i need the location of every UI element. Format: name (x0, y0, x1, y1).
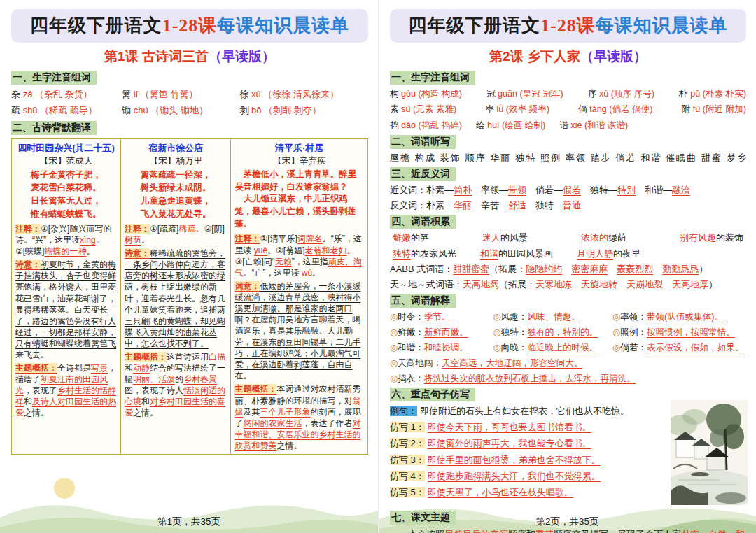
poem-title: 宿新市徐公店 (125, 142, 227, 155)
word-entry: 杂 zá （杂乱 杂货） (11, 87, 122, 103)
poem-line: 篱落疏疏一径深， (125, 169, 227, 182)
imitation-sentence-2: 仿写 2：即使窗外的雨声再大，我也能专心看书。 (390, 435, 665, 451)
poem-column-1: 四时田园杂兴(其二十五) 【宋】范成大 梅子金黄杏子肥， 麦花雪白菜花稀。 日长… (12, 139, 120, 454)
collocation-item: 别有风趣的装饰 (680, 230, 743, 246)
dictation-words: 屋檐 构成 装饰 顺序 华丽 独特 照例 率领 踏步 倘若 和谐 催眠曲 甜蜜 … (390, 150, 746, 166)
page-2: 四年级下册语文1-28课每课知识晨读单 第2课 乡下人家（早读版） 一、生字注音… (378, 0, 756, 533)
word-entry: 篱 lí （篱笆 竹篱） (122, 87, 239, 103)
section-heading-definitions: 五、词语解释 (390, 294, 456, 308)
definition-grid: ◎时令：季节。 ◎风趣：风味、情趣。 ◎率领：带领(队伍或集体)。 ◎鲜嫩：新鲜… (390, 309, 746, 355)
summary-paragraph: 主题概括：本词通过对农村清新秀丽、朴素雅静的环境的描写，对翁媪及其三个儿子形象的… (234, 383, 364, 450)
word-entry: 构 gòu (构造 构成) (390, 86, 462, 102)
section-heading-synonyms: 三、近反义词 (390, 167, 456, 181)
poem-line: 日长篱落无人过， (15, 194, 117, 208)
word-entry: 剥 bō （剥削 剥夺） (239, 103, 368, 119)
definition-item: ◎倘若：表示假设，假如，如果。 (612, 340, 746, 355)
poem-stanza: 茅檐低小，溪上青青草。醉里吴音相媚好，白发谁家翁媪？ (234, 169, 364, 194)
poem-line: 树头新绿未成阴。 (125, 181, 227, 194)
synonyms-line: 近义词：朴素—简朴 率领—带领 倘若—假若 独特—特别 和谐—融洽 (390, 183, 746, 198)
word-entry: 素 sù (元素 素雅) (390, 101, 456, 118)
imitation-sentence-1: 仿写 1：即使今天下雨，哥哥也要去图书馆看书。 (390, 419, 665, 435)
definition-item: ◎和谐：和睦协调。 (390, 340, 493, 355)
word-entry: 疏 shū （稀疏 疏导） (11, 103, 122, 119)
page-1-content: 四年级下册语文1-28课每课知识晨读单 第1课 古诗词三首（早读版） 一、生字注… (11, 9, 368, 455)
poem-table: 四时田园杂兴(其二十五) 【宋】范成大 梅子金黄杏子肥， 麦花雪白菜花稀。 日长… (11, 138, 368, 455)
section-heading-pinyin-words: 一、生字注音组词 (390, 71, 475, 85)
meaning-paragraph: 诗意：初夏时节，金黄的梅子挂满枝头，杏子也变得鲜亮饱满，格外诱人，田里麦花已雪白… (15, 259, 117, 360)
imitation-sentence-4: 仿写 4：即使跑步跑得满头大汗，我们也不觉得累。 (390, 468, 665, 484)
collocation-item: 鲜嫩的笋 (393, 230, 429, 246)
pinyin-word-row: 捣 dǎo (捣乱 捣碎) 绘 huì (绘画 绘制) 谐 xié (和谐 诙谐… (390, 118, 746, 134)
page-number-footer: 第2页，共35页 (379, 516, 756, 528)
pinyin-word-row: 素 sù (元素 素雅) 率 lǜ (效率 频率) 倘 tǎng (倘若 倘使)… (390, 101, 746, 118)
definition-item: ◎捣衣：将洗过头次的脏衣放到石板上捶击，去浑水，再清洗。 (390, 371, 746, 386)
section-heading-pinyin-words: 一、生字注音组词 (11, 71, 97, 85)
summary-paragraph: 主题概括：全诗都是写景，描绘了初夏江南的田园风光，表现了乡村生活的恬静祥和及诗人… (15, 362, 117, 418)
poem-author: 【宋】范成大 (15, 155, 117, 167)
imitation-sentence-5: 仿写 5：即使天黑了，小鸟也还在枝头唱歌。 (390, 484, 665, 500)
collocation-row: 独特的农家风光 和谐的田园风景画 月明人静的夜里 (390, 246, 746, 262)
word-entry: 捣 dǎo (捣乱 捣碎) (390, 118, 462, 134)
annotation-paragraph: 注释：①[疏疏]稀疏。②[阴]树荫。 (125, 223, 227, 246)
poem-line: 惟有蜻蜓蛱蝶飞。 (15, 208, 117, 221)
poem-column-2: 宿新市徐公店 【宋】杨万里 篱落疏疏一径深， 树头新绿未成阴。 儿童急走追黄蝶，… (120, 139, 230, 454)
word-entry: 徐 xú （徐徐 清风徐来） (239, 87, 368, 103)
sheet-title: 四年级下册语文1-28课每课知识晨读单 (390, 9, 746, 43)
collocation-item: 独特的农家风光 (393, 246, 456, 262)
summary-paragraph: 主题概括：这首诗运用白描和动静结合的写法描绘了一幅明丽、活泼的乡村春景图，表现了… (125, 351, 227, 418)
page-2-content: 四年级下册语文1-28课每课知识晨读单 第2课 乡下人家（早读版） 一、生字注音… (390, 9, 746, 533)
poem-line: 麦花雪白菜花稀。 (15, 181, 117, 194)
definition-item: ◎鲜嫩：新鲜而嫩。 (390, 325, 493, 340)
section-heading-imitation: 六、重点句子仿写 (390, 388, 475, 401)
antonyms-line: 反义词：朴素—华丽 辛苦—舒适 独特—普通 (390, 198, 746, 213)
page-number-footer: 第1页，共35页 (0, 516, 378, 528)
worksheet-spread: 四年级下册语文1-28课每课知识晨读单 第1课 古诗词三首（早读版） 一、生字注… (0, 0, 756, 533)
word-entry: 锄 chú （锄头 锄地） (122, 103, 239, 119)
poem-title: 四时田园杂兴(其二十五) (15, 142, 117, 155)
definition-item: ◎风趣：风味、情趣。 (493, 309, 613, 325)
collocation-item: 浓浓的绿荫 (581, 230, 626, 246)
poem-author: 【宋】辛弃疾 (234, 155, 364, 167)
meaning-paragraph: 词意：低矮的茅屋旁，一条小溪缓缓流淌，溪边青草茂密，映衬得小溪更加清澈。那是谁家… (234, 280, 364, 382)
definition-item: ◎向晚：临近晚上的时候。 (493, 340, 613, 355)
pinyin-word-row: 构 gòu (构造 构成) 冠 guān (皇冠 冠军) 序 xù (顺序 序号… (390, 86, 746, 102)
section-heading-accumulation: 四、词语积累 (390, 215, 456, 229)
definition-item: ◎照例：按照惯例，按照常情。 (612, 325, 746, 340)
definition-item: ◎时令：季节。 (390, 309, 493, 325)
definition-item: ◎天高地阔：天空高远，大地辽阔，形容空间大。 (390, 355, 746, 371)
section-heading-dictation: 二、词语听写 (390, 135, 456, 149)
tiandi-words-line: 天～地～式词语：天高地阔（拓展：天寒地冻 天旋地转 天崩地裂 天高地厚） (390, 277, 746, 292)
imitation-block: 例句：即使附近的石头上有妇女在捣衣，它们也从不吃惊。 仿写 1：即使今天下雨，哥… (390, 403, 746, 509)
collocation-item: 迷人的风景 (482, 230, 528, 246)
word-entry: 率 lǜ (效率 频率) (485, 101, 550, 118)
sheet-title: 四年级下册语文1-28课每课知识晨读单 (11, 9, 368, 43)
collocation-item: 月明人静的夜里 (577, 246, 640, 262)
word-entry: 谐 xié (和谐 诙谐) (559, 118, 628, 134)
word-entry: 朴 pǔ (朴素 朴实) (679, 86, 746, 102)
definition-item: ◎独特：独有的，特别的。 (493, 325, 613, 340)
annotation-paragraph: 注释：①[清平乐]词牌名。“乐”，这里读 yuè。②[翁媪]老翁和老妇。③[亡赖… (234, 233, 364, 278)
poem-line: 梅子金黄杏子肥， (15, 169, 117, 182)
word-entry: 倘 tǎng (倘若 倘使) (578, 101, 652, 118)
poem-author: 【宋】杨万里 (125, 155, 227, 167)
page-1: 四年级下册语文1-28课每课知识晨读单 第1课 古诗词三首（早读版） 一、生字注… (0, 0, 378, 533)
collocation-row: 鲜嫩的笋 迷人的风景 浓浓的绿荫 别有风趣的装饰 (390, 230, 746, 246)
example-sentence: 例句：即使附近的石头上有妇女在捣衣，它们也从不吃惊。 (390, 403, 665, 419)
imitation-sentence-3: 仿写 3：即使手里的面包很烫，弟弟也舍不得放下。 (390, 452, 665, 468)
pinyin-word-grid: 杂 zá （杂乱 杂货） 篱 lí （篱笆 竹篱） 徐 xú （徐徐 清风徐来）… (11, 87, 368, 119)
definition-item: ◎率领：带领(队伍或集体)。 (612, 309, 746, 325)
lesson-1-title: 第1课 古诗词三首（早读版） (11, 48, 368, 66)
meaning-paragraph: 诗意：稀稀疏疏的篱笆旁，一条乡间小路伸向远方，客店旁的树还未形成浓密的绿荫，树枝… (125, 248, 227, 349)
poem-title: 清平乐·村居 (234, 142, 364, 155)
lesson-2-title: 第2课 乡下人家（早读版） (390, 48, 746, 66)
word-entry: 序 xù (顺序 序号) (588, 86, 654, 102)
poem-stanza: 大儿锄豆溪东，中儿正织鸡笼，最喜小儿亡赖，溪头卧剥莲蓬。 (234, 193, 364, 231)
poem-column-3: 清平乐·村居 【宋】辛弃疾 茅檐低小，溪上青青草。醉里吴音相媚好，白发谁家翁媪？… (230, 139, 368, 454)
village-painting (671, 400, 748, 505)
poem-line: 飞入菜花无处寻。 (125, 208, 227, 221)
word-entry: 附 fù (附近 附加) (682, 101, 746, 118)
annotation-paragraph: 注释：①[杂兴]随兴而写的诗。“兴”，这里读xìng。②[蛱蝶]蝴蝶的一种。 (15, 223, 117, 257)
word-entry: 冠 guān (皇冠 冠军) (486, 86, 564, 102)
aabb-words-line: AABB 式词语：甜甜蜜蜜（拓展：隐隐约约 密密麻麻 轰轰烈烈 勤勤恳恳） (390, 262, 746, 277)
word-entry: 绘 huì (绘画 绘制) (476, 118, 545, 134)
